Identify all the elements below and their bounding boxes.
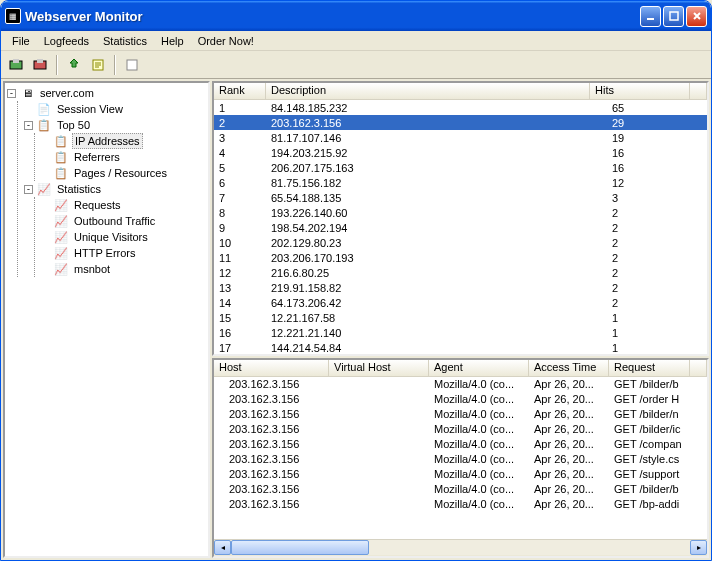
menu-help[interactable]: Help <box>154 33 191 49</box>
menu-statistics[interactable]: Statistics <box>96 33 154 49</box>
toolbar <box>1 51 711 79</box>
cell-hits: 3 <box>607 192 707 204</box>
table-row[interactable]: 203.162.3.156Mozilla/4.0 (co...Apr 26, 2… <box>214 437 707 452</box>
col-access[interactable]: Access Time <box>529 360 609 376</box>
col-agent[interactable]: Agent <box>429 360 529 376</box>
menu-logfeeds[interactable]: Logfeeds <box>37 33 96 49</box>
toolbar-btn-3[interactable] <box>63 54 85 76</box>
cell-hits: 2 <box>607 252 707 264</box>
menubar: File Logfeeds Statistics Help Order Now! <box>1 31 711 51</box>
bottom-grid-body[interactable]: 203.162.3.156Mozilla/4.0 (co...Apr 26, 2… <box>214 377 707 539</box>
cell-rank: 13 <box>214 282 266 294</box>
tree-unique[interactable]: 📈Unique Visitors <box>41 229 206 245</box>
cell-hits: 2 <box>607 222 707 234</box>
table-row[interactable]: 13219.91.158.822 <box>214 280 707 295</box>
col-hits[interactable]: Hits <box>590 83 690 99</box>
cell-desc: 202.129.80.23 <box>266 237 607 249</box>
cell-desc: 203.162.3.156 <box>266 117 607 129</box>
cell-rank: 16 <box>214 327 266 339</box>
scroll-right-icon[interactable]: ▸ <box>690 540 707 555</box>
tree-ip-addresses[interactable]: 📋IP Addresses <box>41 133 206 149</box>
table-row[interactable]: 765.54.188.1353 <box>214 190 707 205</box>
cell-req: GET /compan <box>609 438 707 450</box>
cell-req: GET /support <box>609 468 707 480</box>
table-row[interactable]: 681.75.156.18212 <box>214 175 707 190</box>
table-row[interactable]: 381.17.107.14619 <box>214 130 707 145</box>
tree-referrers[interactable]: 📋Referrers <box>41 149 206 165</box>
cell-hits: 2 <box>607 207 707 219</box>
toolbar-btn-5[interactable] <box>121 54 143 76</box>
toolbar-btn-1[interactable] <box>5 54 27 76</box>
table-row[interactable]: 11203.206.170.1932 <box>214 250 707 265</box>
table-row[interactable]: 203.162.3.156Mozilla/4.0 (co...Apr 26, 2… <box>214 407 707 422</box>
col-host[interactable]: Host <box>214 360 329 376</box>
table-row[interactable]: 4194.203.215.9216 <box>214 145 707 160</box>
maximize-button[interactable] <box>663 6 684 27</box>
table-row[interactable]: 203.162.3.156Mozilla/4.0 (co...Apr 26, 2… <box>214 377 707 392</box>
horizontal-scrollbar[interactable]: ◂ ▸ <box>214 539 707 556</box>
chart-icon: 📈 <box>53 261 69 277</box>
tree-top50[interactable]: - 📋 Top 50 <box>24 117 206 133</box>
tree-pages[interactable]: 📋Pages / Resources <box>41 165 206 181</box>
close-button[interactable] <box>686 6 707 27</box>
titlebar[interactable]: ▦ Webserver Monitor <box>1 1 711 31</box>
tree-errors[interactable]: 📈HTTP Errors <box>41 245 206 261</box>
cell-rank: 5 <box>214 162 266 174</box>
minimize-button[interactable] <box>640 6 661 27</box>
table-row[interactable]: 1464.173.206.422 <box>214 295 707 310</box>
scroll-left-icon[interactable]: ◂ <box>214 540 231 555</box>
cell-req: GET /bp-addi <box>609 498 707 510</box>
table-row[interactable]: 203.162.3.156Mozilla/4.0 (co...Apr 26, 2… <box>214 497 707 512</box>
table-row[interactable]: 9198.54.202.1942 <box>214 220 707 235</box>
table-row[interactable]: 203.162.3.156Mozilla/4.0 (co...Apr 26, 2… <box>214 422 707 437</box>
cell-agent: Mozilla/4.0 (co... <box>429 378 529 390</box>
table-row[interactable]: 203.162.3.156Mozilla/4.0 (co...Apr 26, 2… <box>214 392 707 407</box>
tree-outbound[interactable]: 📈Outbound Traffic <box>41 213 206 229</box>
scroll-thumb[interactable] <box>231 540 369 555</box>
cell-desc: 216.6.80.25 <box>266 267 607 279</box>
table-row[interactable]: 203.162.3.156Mozilla/4.0 (co...Apr 26, 2… <box>214 452 707 467</box>
cell-hits: 19 <box>607 132 707 144</box>
cell-hits: 2 <box>607 282 707 294</box>
table-row[interactable]: 1612.221.21.1401 <box>214 325 707 340</box>
col-description[interactable]: Description <box>266 83 590 99</box>
cell-req: GET /bilder/ic <box>609 423 707 435</box>
col-vhost[interactable]: Virtual Host <box>329 360 429 376</box>
cell-rank: 14 <box>214 297 266 309</box>
table-row[interactable]: 12216.6.80.252 <box>214 265 707 280</box>
table-row[interactable]: 184.148.185.23265 <box>214 100 707 115</box>
tree-requests[interactable]: 📈Requests <box>41 197 206 213</box>
top-grid[interactable]: Rank Description Hits 184.148.185.232652… <box>212 81 709 356</box>
app-window: ▦ Webserver Monitor File Logfeeds Statis… <box>0 0 712 561</box>
svg-rect-7 <box>127 60 137 70</box>
table-row[interactable]: 10202.129.80.232 <box>214 235 707 250</box>
collapse-icon[interactable]: - <box>7 89 16 98</box>
toolbar-btn-2[interactable] <box>29 54 51 76</box>
cell-hits: 2 <box>607 237 707 249</box>
tree-panel[interactable]: - 🖥 server.com 📄 Session View - 📋 Top 50… <box>3 81 210 558</box>
menu-file[interactable]: File <box>5 33 37 49</box>
toolbar-btn-4[interactable] <box>87 54 109 76</box>
top-grid-body[interactable]: 184.148.185.232652203.162.3.15629381.17.… <box>214 100 707 354</box>
table-row[interactable]: 2203.162.3.15629 <box>214 115 707 130</box>
cell-rank: 2 <box>214 117 266 129</box>
collapse-icon[interactable]: - <box>24 121 33 130</box>
chart-icon: 📈 <box>53 245 69 261</box>
table-row[interactable]: 17144.214.54.841 <box>214 340 707 354</box>
table-row[interactable]: 5206.207.175.16316 <box>214 160 707 175</box>
collapse-icon[interactable]: - <box>24 185 33 194</box>
table-row[interactable]: 203.162.3.156Mozilla/4.0 (co...Apr 26, 2… <box>214 467 707 482</box>
table-row[interactable]: 203.162.3.156Mozilla/4.0 (co...Apr 26, 2… <box>214 482 707 497</box>
tree-session-view[interactable]: 📄 Session View <box>24 101 206 117</box>
cell-desc: 81.75.156.182 <box>266 177 607 189</box>
tree-root[interactable]: - 🖥 server.com <box>7 85 206 101</box>
tree-msnbot[interactable]: 📈msnbot <box>41 261 206 277</box>
bottom-grid[interactable]: Host Virtual Host Agent Access Time Requ… <box>212 358 709 558</box>
menu-order[interactable]: Order Now! <box>191 33 261 49</box>
tree-statistics[interactable]: - 📈 Statistics <box>24 181 206 197</box>
col-request[interactable]: Request <box>609 360 690 376</box>
table-row[interactable]: 1512.21.167.581 <box>214 310 707 325</box>
col-rank[interactable]: Rank <box>214 83 266 99</box>
table-row[interactable]: 8193.226.140.602 <box>214 205 707 220</box>
window-title: Webserver Monitor <box>25 9 640 24</box>
